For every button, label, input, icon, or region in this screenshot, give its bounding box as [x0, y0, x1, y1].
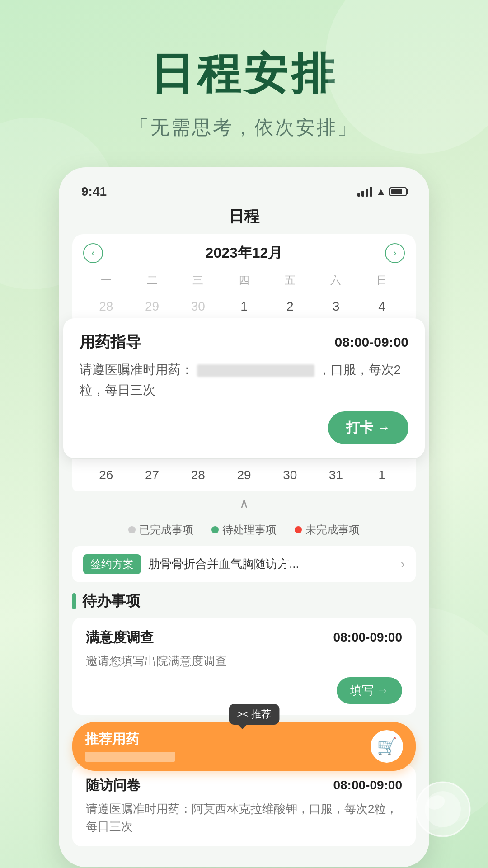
signal-icon [357, 187, 372, 197]
battery-icon [389, 187, 407, 196]
svg-point-1 [425, 791, 461, 827]
weekday-tue: 二 [129, 270, 175, 290]
cart-button[interactable]: 🛒 [371, 730, 403, 763]
contract-tag: 签约方案 [83, 554, 141, 574]
weekday-sun: 日 [359, 270, 405, 290]
legend-dot-completed [128, 526, 136, 533]
cal-day-4[interactable]: 4 [359, 295, 405, 318]
todo-bar-accent [72, 593, 76, 609]
recommend-bubble: >< 推荐 [229, 704, 279, 725]
cal-day-29[interactable]: 29 [221, 463, 267, 487]
legend-dot-incomplete [295, 526, 302, 533]
calendar-month-label: 2023年12月 [206, 243, 283, 263]
task-1-write-button[interactable]: 填写 → [337, 677, 402, 704]
calendar-legend: 已完成事项 待处理事项 未完成事项 [72, 515, 416, 541]
cal-day-30-prev[interactable]: 30 [175, 295, 221, 318]
recommend-blurred-text [85, 752, 175, 762]
weekday-sat: 六 [313, 270, 359, 290]
cal-day-26[interactable]: 26 [83, 463, 129, 487]
prev-month-button[interactable]: ‹ [83, 243, 103, 263]
cal-day-28[interactable]: 28 [175, 463, 221, 487]
legend-label-incomplete: 未完成事项 [305, 523, 360, 537]
med-blurred-text [197, 364, 314, 377]
task-2-desc: 请遵医嘱准时用药：阿莫西林克拉维酸钾，口服，每次2粒，每日三次 [86, 800, 402, 835]
cal-day-3[interactable]: 3 [313, 295, 359, 318]
legend-dot-pending [211, 526, 219, 533]
legend-label-completed: 已完成事项 [139, 523, 193, 537]
task-2-time: 08:00-09:00 [333, 778, 402, 793]
todo-title: 待办事项 [82, 591, 140, 611]
todo-section-header: 待办事项 [72, 588, 416, 618]
contract-row[interactable]: 签约方案 肋骨骨折合并血气胸随访方... › [72, 546, 416, 582]
task-card-1-header: 满意度调查 08:00-09:00 [86, 628, 402, 647]
contract-arrow-icon: › [401, 557, 405, 571]
legend-incomplete: 未完成事项 [295, 523, 360, 537]
calendar-nav: ‹ 2023年12月 › [83, 243, 405, 263]
title-section: 日程安排 「无需思考，依次安排」 [130, 45, 358, 140]
medication-card: 用药指导 08:00-09:00 请遵医嘱准时用药： ，口服，每次2粒，每日三次… [63, 318, 425, 458]
main-title: 日程安排 [130, 45, 358, 104]
recommend-spacer: >< 推荐 推荐用药 🛒 [72, 722, 416, 758]
task-1-desc: 邀请您填写出院满意度调查 [86, 652, 402, 670]
legend-label-pending: 待处理事项 [222, 523, 277, 537]
status-bar: 9:41 ▲ [72, 181, 416, 206]
collapse-arrow[interactable]: ∧ [72, 491, 416, 515]
med-card-header: 用药指导 08:00-09:00 [80, 332, 408, 353]
calendar-days-row2: 26 27 28 29 30 31 1 [72, 459, 416, 491]
status-time: 9:41 [81, 184, 107, 199]
recommend-text-area: 推荐用药 [85, 730, 371, 762]
weekday-mon: 一 [83, 270, 129, 290]
legend-completed: 已完成事项 [128, 523, 193, 537]
checkin-button[interactable]: 打卡 → [328, 411, 408, 444]
task-2-title: 随访问卷 [86, 776, 140, 795]
deco-pill-image [411, 778, 474, 841]
recommend-sub [85, 750, 371, 762]
legend-pending: 待处理事项 [211, 523, 277, 537]
med-card-desc: 请遵医嘱准时用药： ，口服，每次2粒，每日三次 [80, 360, 408, 401]
status-icons: ▲ [357, 186, 407, 198]
contract-text: 肋骨骨折合并血气胸随访方... [148, 556, 394, 572]
cal-day-29-prev[interactable]: 29 [129, 295, 175, 318]
recommend-title: 推荐用药 [85, 730, 371, 749]
weekday-fri: 五 [267, 270, 313, 290]
cal-day-31[interactable]: 31 [313, 463, 359, 487]
calendar-days-row1: 28 29 30 1 2 3 4 [83, 295, 405, 318]
phone-mockup: 9:41 ▲ 日程 ‹ 2023年12月 › [59, 167, 429, 867]
med-desc-prefix: 请遵医嘱准时用药： [80, 363, 193, 377]
weekday-thu: 四 [221, 270, 267, 290]
task-1-title: 满意度调查 [86, 628, 154, 647]
cal-day-27[interactable]: 27 [129, 463, 175, 487]
cal-day-1[interactable]: 1 [221, 295, 267, 318]
calendar-section: ‹ 2023年12月 › 一 二 三 四 五 六 日 28 29 30 1 2 … [72, 234, 416, 327]
app-header: 日程 [72, 206, 416, 234]
recommend-drug-card[interactable]: >< 推荐 推荐用药 🛒 [72, 722, 416, 771]
task-card-2-header: 随访问卷 08:00-09:00 [86, 776, 402, 795]
cal-day-28-prev[interactable]: 28 [83, 295, 129, 318]
weekday-wed: 三 [175, 270, 221, 290]
sub-title: 「无需思考，依次安排」 [130, 115, 358, 140]
calendar-weekdays: 一 二 三 四 五 六 日 [83, 270, 405, 290]
task-card-followup: 随访问卷 08:00-09:00 请遵医嘱准时用药：阿莫西林克拉维酸钾，口服，每… [72, 765, 416, 846]
task-1-time: 08:00-09:00 [333, 630, 402, 645]
wifi-icon: ▲ [376, 186, 386, 198]
page-root: 日程安排 「无需思考，依次安排」 9:41 ▲ 日程 [0, 0, 488, 868]
med-card-time: 08:00-09:00 [335, 335, 408, 350]
cal-day-1-next[interactable]: 1 [359, 463, 405, 487]
cal-day-30[interactable]: 30 [267, 463, 313, 487]
med-card-title: 用药指导 [80, 332, 141, 353]
next-month-button[interactable]: › [385, 243, 405, 263]
task-card-satisfaction: 满意度调查 08:00-09:00 邀请您填写出院满意度调查 填写 → [72, 618, 416, 715]
cal-day-2[interactable]: 2 [267, 295, 313, 318]
